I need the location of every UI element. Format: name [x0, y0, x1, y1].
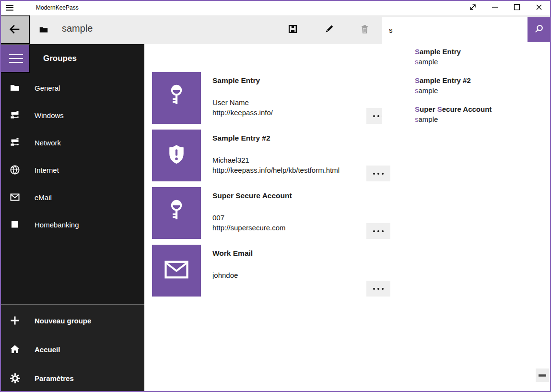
- entry-title: Sample Entry #2: [212, 134, 270, 143]
- zoom-out-button[interactable]: [536, 368, 549, 382]
- entry-username: 007: [212, 213, 286, 223]
- minimize-button[interactable]: [484, 0, 506, 15]
- more-options-button[interactable]: [366, 166, 390, 181]
- search-result-group: sample: [415, 114, 544, 124]
- sidebar-item-label: Windows: [35, 111, 64, 119]
- search-icon: [534, 24, 544, 36]
- sidebar-item-home[interactable]: Accueil: [0, 335, 144, 364]
- sidebar-item-windows[interactable]: Windows: [0, 101, 144, 129]
- fullscreen-button[interactable]: [462, 0, 484, 15]
- search-result-sample-entry[interactable]: Sample Entry sample: [415, 47, 544, 70]
- fullscreen-icon: [468, 2, 478, 13]
- sidebar-item-new-group[interactable]: Nouveau groupe: [0, 306, 144, 335]
- key-icon: [166, 83, 187, 112]
- entry-tile: [152, 72, 201, 124]
- sidebar-item-homebanking[interactable]: Homebanking: [0, 211, 144, 238]
- sidebar-item-settings[interactable]: Paramètres: [0, 364, 144, 392]
- back-arrow-icon: [8, 23, 22, 37]
- entry-row-sample-entry-2[interactable]: Sample Entry #2 Michael321 http://keepas…: [152, 130, 392, 181]
- sidebar-item-label: Accueil: [35, 345, 60, 354]
- sidebar-item-label: eMail: [35, 193, 52, 201]
- search-result-sample-entry-2[interactable]: Sample Entry #2 sample: [415, 76, 544, 99]
- entry-row-sample-entry[interactable]: Sample Entry User Name http://keepass.in…: [152, 72, 392, 124]
- entry-title: Work Email: [212, 249, 253, 258]
- sidebar-item-general[interactable]: General: [0, 74, 144, 101]
- delete-trash-icon: [360, 24, 370, 36]
- minimize-icon: [490, 2, 500, 13]
- groups-header: Groupes: [43, 44, 77, 73]
- search-button[interactable]: [528, 17, 550, 42]
- entry-username: User Name: [212, 97, 273, 107]
- sidebar-item-label: Nouveau groupe: [35, 317, 91, 325]
- entry-tile: [152, 130, 201, 181]
- more-options-button[interactable]: [366, 281, 390, 297]
- gear-icon: [9, 372, 21, 384]
- search-result-super-secure-account[interactable]: Super Secure Account sample: [415, 105, 544, 128]
- titlebar-hamburger-icon[interactable]: [5, 2, 18, 13]
- window-title: ModernKeePass: [36, 0, 79, 15]
- search-input[interactable]: [382, 17, 528, 42]
- mail-icon: [9, 191, 21, 203]
- sidebar-item-label: Network: [35, 138, 61, 146]
- maximize-icon: [512, 2, 522, 13]
- key-icon: [166, 199, 187, 227]
- sidebar-item-network[interactable]: Network: [0, 129, 144, 156]
- database-folder-icon: [38, 24, 49, 35]
- more-options-button[interactable]: [366, 223, 390, 239]
- folder-icon: [9, 82, 21, 94]
- search-result-title: Sample Entry: [415, 47, 544, 57]
- sidebar-item-label: Paramètres: [35, 374, 74, 382]
- entry-row-super-secure-account[interactable]: Super Secure Account 007 http://supersec…: [152, 187, 392, 239]
- ellipsis-icon: [373, 230, 375, 232]
- maximize-button[interactable]: [506, 0, 528, 15]
- square-icon: [9, 218, 21, 231]
- sidebar-item-label: Internet: [35, 166, 59, 174]
- shield-warning-icon: [164, 141, 188, 170]
- save-icon: [288, 24, 298, 36]
- search-result-group: sample: [415, 85, 544, 95]
- sidebar-item-label: Homebanking: [35, 220, 79, 228]
- entry-username: Michael321: [212, 155, 340, 165]
- delete-button[interactable]: [354, 19, 375, 40]
- edit-button[interactable]: [318, 19, 340, 40]
- entry-tile: [152, 187, 201, 239]
- network-icon: [9, 136, 21, 149]
- ellipsis-icon: [373, 115, 375, 117]
- entry-tile: [152, 245, 201, 297]
- back-button[interactable]: [0, 15, 30, 44]
- database-title: sample: [62, 23, 93, 34]
- entry-title: Super Secure Account: [212, 191, 292, 200]
- edit-pencil-icon: [324, 24, 334, 36]
- sidebar: Groupes General Windows Network Internet…: [0, 44, 144, 391]
- entry-url: http://keepass.info/help/kb/testform.htm…: [212, 165, 340, 175]
- entry-url: http://keepass.info/: [212, 107, 273, 118]
- entry-details: User Name http://keepass.info/: [212, 97, 273, 118]
- entry-details: Michael321 http://keepass.info/help/kb/t…: [212, 155, 340, 175]
- title-bar: ModernKeePass: [0, 0, 551, 15]
- sidebar-item-internet[interactable]: Internet: [0, 156, 144, 183]
- entry-details: johndoe: [212, 270, 238, 280]
- entry-details: 007 http://supersecure.com: [212, 213, 286, 233]
- entry-username: johndoe: [212, 270, 238, 280]
- globe-icon: [9, 164, 21, 176]
- ellipsis-icon: [373, 288, 375, 290]
- close-icon: [534, 2, 544, 13]
- ellipsis-icon: [373, 173, 375, 175]
- network-icon: [9, 109, 21, 121]
- minus-icon: [539, 374, 546, 377]
- search-result-title: Sample Entry #2: [415, 76, 544, 85]
- save-button[interactable]: [282, 19, 303, 40]
- pane-hamburger-button[interactable]: [0, 44, 30, 73]
- app-window: ModernKeePass sample Groupes: [0, 0, 551, 392]
- mail-icon: [164, 260, 188, 281]
- search-result-title: Super Secure Account: [415, 105, 544, 114]
- entry-url: http://supersecure.com: [212, 223, 286, 233]
- sidebar-footer: Nouveau groupe Accueil Paramètres: [0, 304, 144, 391]
- search-suggestions-panel: Sample Entry sample Sample Entry #2 samp…: [382, 42, 550, 133]
- sidebar-item-email[interactable]: eMail: [0, 183, 144, 211]
- entry-row-work-email[interactable]: Work Email johndoe: [152, 245, 392, 297]
- close-button[interactable]: [528, 0, 550, 15]
- entry-title: Sample Entry: [212, 76, 260, 85]
- plus-icon: [9, 314, 21, 327]
- search-result-group: sample: [415, 57, 544, 67]
